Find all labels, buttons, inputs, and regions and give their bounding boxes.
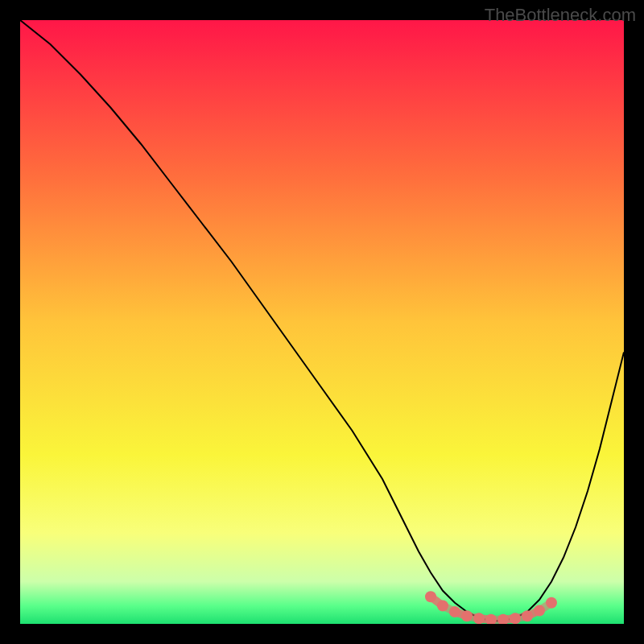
marker-dot	[449, 606, 460, 617]
gradient-background	[20, 20, 624, 624]
marker-dot	[510, 613, 521, 624]
marker-dot	[534, 605, 545, 617]
chart-svg	[20, 20, 624, 624]
watermark-text: TheBottleneck.com	[485, 5, 636, 26]
marker-dot	[437, 601, 448, 612]
chart-container	[20, 20, 624, 624]
marker-dot	[522, 610, 533, 621]
marker-dot	[461, 610, 473, 621]
marker-dot	[473, 613, 485, 624]
marker-dot	[546, 597, 557, 609]
marker-dot	[425, 591, 436, 602]
